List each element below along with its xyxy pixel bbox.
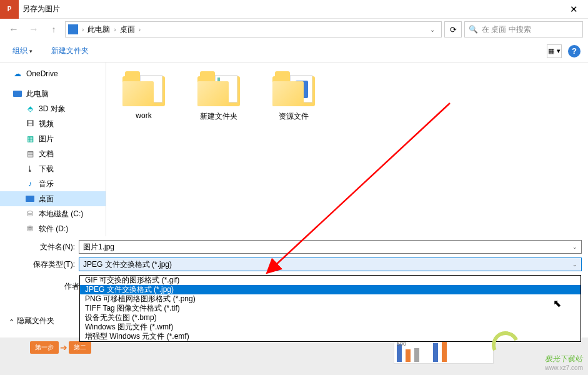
cloud-icon: ☁ bbox=[12, 69, 22, 79]
sidebar-item-label: 本地磁盘 (C:) bbox=[39, 209, 83, 219]
cube-icon: ⬘ bbox=[25, 104, 35, 114]
view-mode-button[interactable]: ▦ ▾ bbox=[547, 44, 562, 58]
chevron-right-icon: › bbox=[82, 26, 84, 33]
arrow-right-icon: ➔ bbox=[60, 342, 67, 352]
window-title: 另存为图片 bbox=[22, 4, 560, 14]
sidebar-item-pc[interactable]: 此电脑 bbox=[0, 86, 106, 101]
sidebar-item-label: 视频 bbox=[39, 119, 54, 129]
step-badge-1: 第一步 bbox=[30, 341, 59, 354]
powerpoint-icon: P bbox=[0, 0, 19, 19]
folder-label: 资源文件 bbox=[279, 111, 309, 122]
folder-label: 新建文件夹 bbox=[200, 111, 237, 122]
sidebar-item-downloads[interactable]: ⭳下载 bbox=[0, 161, 106, 176]
refresh-button[interactable]: ⟳ bbox=[444, 21, 462, 38]
filename-label: 文件名(N): bbox=[6, 242, 79, 252]
watermark: 极光下载站 www.xz7.com bbox=[545, 354, 583, 371]
breadcrumb-pc[interactable]: 此电脑 bbox=[87, 24, 110, 35]
sidebar-item-3d[interactable]: ⬘3D 对象 bbox=[0, 101, 106, 116]
sidebar-item-disk-c[interactable]: ⛁本地磁盘 (C:) bbox=[0, 206, 106, 221]
chart-thumbnail: 500 bbox=[394, 339, 494, 364]
dropdown-option-selected[interactable]: JPEG 文件交换格式 (*.jpg) bbox=[80, 285, 581, 294]
sidebar-item-label: 图片 bbox=[39, 134, 54, 144]
toolbar: 组织 新建文件夹 ▦ ▾ ? bbox=[0, 40, 588, 62]
search-placeholder: 在 桌面 中搜索 bbox=[482, 24, 531, 35]
sidebar-item-label: 桌面 bbox=[39, 194, 54, 204]
sidebar-item-label: 3D 对象 bbox=[39, 104, 66, 114]
sidebar-item-onedrive[interactable]: ☁OneDrive bbox=[0, 66, 106, 81]
folder-item[interactable]: 资源文件 bbox=[269, 71, 319, 122]
chevron-down-icon[interactable]: ⌄ bbox=[572, 261, 577, 268]
film-icon: 🎞 bbox=[25, 119, 35, 129]
pc-icon bbox=[68, 24, 78, 34]
filetype-combo[interactable]: JPEG 文件交换格式 (*.jpg)⌄ bbox=[79, 258, 582, 271]
sidebar-item-label: 软件 (D:) bbox=[39, 224, 68, 234]
filetype-label: 保存类型(T): bbox=[6, 259, 79, 270]
address-dropdown-icon[interactable]: ⌄ bbox=[426, 26, 439, 33]
step-badge-2: 第二 bbox=[69, 341, 91, 354]
monitor-icon bbox=[12, 89, 22, 99]
sidebar-item-pictures[interactable]: ▦图片 bbox=[0, 131, 106, 146]
sidebar-item-desktop[interactable]: 桌面 bbox=[0, 191, 106, 206]
folder-item[interactable]: 新建文件夹 bbox=[194, 71, 244, 122]
download-icon: ⭳ bbox=[25, 164, 35, 174]
sidebar-item-disk-d[interactable]: ⛃软件 (D:) bbox=[0, 221, 106, 236]
watermark-name: 极光下载站 bbox=[545, 354, 582, 363]
help-button[interactable]: ? bbox=[568, 45, 581, 58]
folder-item[interactable]: work bbox=[119, 71, 169, 120]
save-form: 文件名(N): 图片1.jpg⌄ 保存类型(T): JPEG 文件交换格式 (*… bbox=[0, 236, 588, 272]
folder-icon bbox=[272, 71, 315, 106]
sidebar-item-label: 文档 bbox=[39, 149, 54, 159]
filetype-value: JPEG 文件交换格式 (*.jpg) bbox=[83, 259, 172, 270]
body-area: ☁OneDrive 此电脑 ⬘3D 对象 🎞视频 ▦图片 ▤文档 ⭳下载 ♪音乐… bbox=[0, 62, 588, 236]
hide-folders-label: 隐藏文件夹 bbox=[17, 316, 54, 326]
sidebar-item-music[interactable]: ♪音乐 bbox=[0, 176, 106, 191]
dropdown-option[interactable]: TIFF Tag 图像文件格式 (*.tif) bbox=[80, 304, 581, 313]
disk-icon: ⛁ bbox=[25, 209, 35, 219]
forward-button[interactable]: → bbox=[25, 21, 42, 38]
titlebar: P 另存为图片 ✕ bbox=[0, 0, 588, 19]
dropdown-option[interactable]: GIF 可交换的图形格式 (*.gif) bbox=[80, 276, 581, 285]
filename-input[interactable]: 图片1.jpg⌄ bbox=[79, 240, 582, 254]
file-list[interactable]: work 新建文件夹 资源文件 bbox=[106, 62, 588, 236]
author-label: 作者: bbox=[12, 281, 85, 292]
cursor-icon: ⬉ bbox=[553, 298, 561, 309]
image-icon: ▦ bbox=[25, 134, 35, 144]
chevron-down-icon[interactable]: ⌄ bbox=[572, 244, 577, 250]
filename-value: 图片1.jpg bbox=[83, 242, 114, 252]
folder-label: work bbox=[136, 111, 151, 120]
sidebar-item-label: 下载 bbox=[39, 164, 54, 174]
folder-icon bbox=[197, 71, 240, 106]
chevron-right-icon: › bbox=[139, 26, 141, 33]
sidebar: ☁OneDrive 此电脑 ⬘3D 对象 🎞视频 ▦图片 ▤文档 ⭳下载 ♪音乐… bbox=[0, 62, 106, 236]
search-input[interactable]: 🔍 在 桌面 中搜索 bbox=[464, 21, 583, 38]
dropdown-option[interactable]: PNG 可移植网络图形格式 (*.png) bbox=[80, 294, 581, 304]
breadcrumb-desktop[interactable]: 桌面 bbox=[120, 24, 135, 35]
sidebar-item-label: OneDrive bbox=[26, 69, 58, 78]
monitor-icon bbox=[25, 194, 35, 204]
hide-folders-toggle[interactable]: 隐藏文件夹 bbox=[9, 316, 54, 326]
sidebar-item-video[interactable]: 🎞视频 bbox=[0, 116, 106, 131]
up-button[interactable]: ↑ bbox=[45, 21, 62, 38]
music-icon: ♪ bbox=[25, 179, 35, 189]
back-button[interactable]: ← bbox=[5, 21, 22, 38]
sidebar-item-documents[interactable]: ▤文档 bbox=[0, 146, 106, 161]
search-icon: 🔍 bbox=[469, 25, 478, 34]
sidebar-item-label: 此电脑 bbox=[26, 89, 49, 99]
address-box[interactable]: › 此电脑 › 桌面 › ⌄ bbox=[65, 21, 442, 38]
organize-button[interactable]: 组织 bbox=[7, 43, 37, 59]
dropdown-option[interactable]: 设备无关位图 (*.bmp) bbox=[80, 313, 581, 322]
close-button[interactable]: ✕ bbox=[560, 0, 588, 19]
folder-icon bbox=[122, 71, 165, 106]
document-icon: ▤ bbox=[25, 149, 35, 159]
address-bar: ← → ↑ › 此电脑 › 桌面 › ⌄ ⟳ 🔍 在 桌面 中搜索 bbox=[0, 19, 588, 40]
disk-icon: ⛃ bbox=[25, 224, 35, 234]
watermark-url: www.xz7.com bbox=[545, 364, 583, 371]
new-folder-button[interactable]: 新建文件夹 bbox=[46, 43, 94, 59]
sidebar-item-label: 音乐 bbox=[39, 179, 54, 189]
chevron-right-icon: › bbox=[114, 26, 116, 33]
